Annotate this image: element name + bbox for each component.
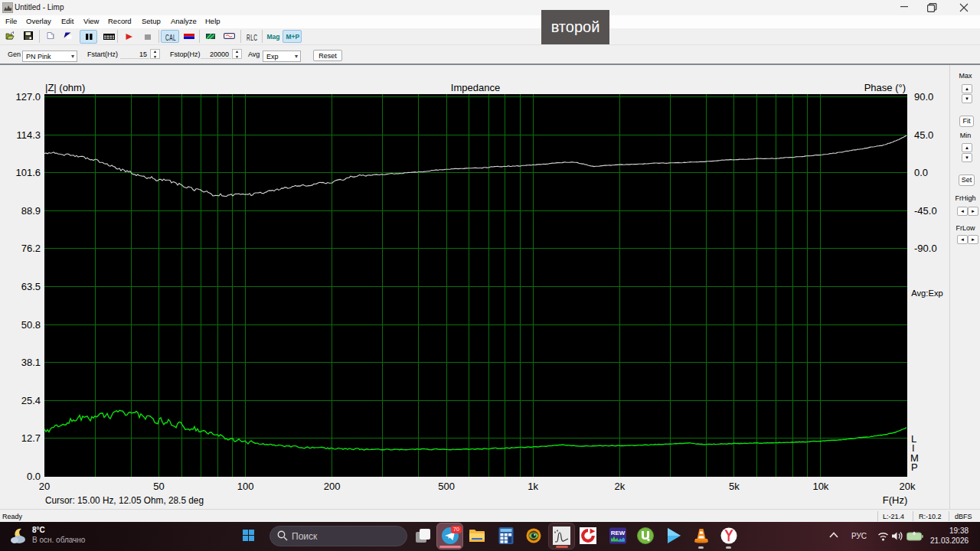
svg-text:200: 200 bbox=[324, 481, 341, 492]
svg-text:500: 500 bbox=[438, 481, 455, 492]
svg-text:-90.0: -90.0 bbox=[914, 243, 937, 254]
svg-text:20: 20 bbox=[39, 481, 50, 492]
svg-text:100: 100 bbox=[237, 481, 254, 492]
svg-text:90.0: 90.0 bbox=[914, 91, 933, 103]
svg-text:76.2: 76.2 bbox=[21, 243, 41, 254]
svg-text:114.3: 114.3 bbox=[16, 129, 41, 141]
svg-text:101.6: 101.6 bbox=[15, 167, 41, 178]
svg-text:88.9: 88.9 bbox=[21, 205, 41, 217]
svg-text:20k: 20k bbox=[900, 481, 916, 492]
svg-text:10k: 10k bbox=[812, 481, 828, 492]
svg-text:5k: 5k bbox=[729, 481, 740, 492]
svg-text:1k: 1k bbox=[528, 481, 538, 492]
svg-text:50.8: 50.8 bbox=[21, 319, 41, 331]
svg-text:Phase (°): Phase (°) bbox=[864, 82, 906, 93]
svg-text:Impedance: Impedance bbox=[451, 82, 500, 93]
svg-text:2k: 2k bbox=[614, 481, 625, 492]
svg-text:25.4: 25.4 bbox=[21, 395, 41, 406]
svg-text:45.0: 45.0 bbox=[914, 129, 933, 141]
svg-text:P: P bbox=[911, 461, 918, 473]
svg-text:50: 50 bbox=[153, 481, 164, 492]
svg-text:63.5: 63.5 bbox=[21, 281, 41, 292]
svg-text:12.7: 12.7 bbox=[21, 432, 41, 444]
svg-text:REW: REW bbox=[611, 530, 626, 536]
svg-text:Cursor: 15.00 Hz, 12.05 Ohm, 2: Cursor: 15.00 Hz, 12.05 Ohm, 28.5 deg bbox=[45, 494, 204, 506]
svg-text:38.1: 38.1 bbox=[21, 357, 41, 368]
svg-text:0.0: 0.0 bbox=[914, 167, 928, 178]
svg-text:-45.0: -45.0 bbox=[914, 205, 937, 217]
svg-text:|Z| (ohm): |Z| (ohm) bbox=[45, 82, 85, 93]
svg-text:127.0: 127.0 bbox=[15, 91, 41, 103]
svg-text:Avg:Exp: Avg:Exp bbox=[911, 289, 942, 298]
svg-text:F(Hz): F(Hz) bbox=[883, 494, 908, 506]
